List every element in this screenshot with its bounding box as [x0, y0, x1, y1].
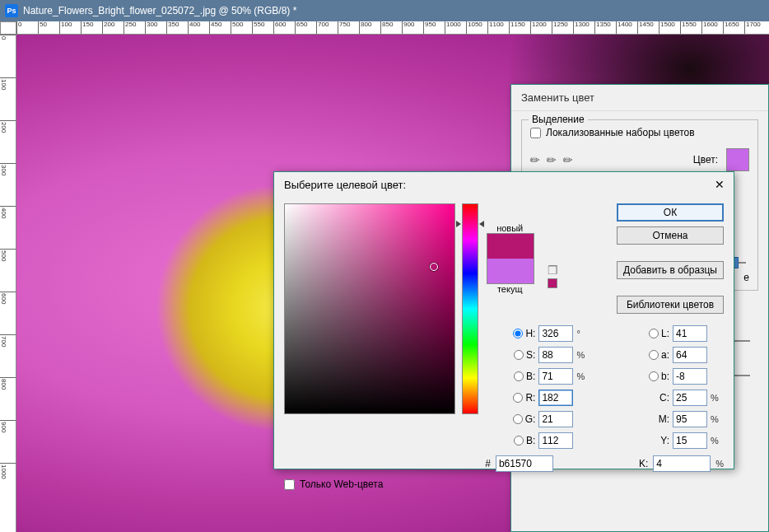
eyedropper-icon[interactable]: ✎ [527, 152, 543, 168]
hue-slider-column[interactable] [462, 203, 478, 414]
add-swatch-button[interactable]: Добавить в образцы [617, 261, 724, 279]
lab-b-input[interactable] [673, 368, 707, 385]
s-input[interactable] [538, 347, 573, 363]
h-radio[interactable] [513, 329, 523, 338]
a-radio[interactable] [649, 350, 659, 360]
ruler-corner [0, 21, 16, 35]
color-libraries-button[interactable]: Библиотеки цветов [617, 296, 724, 314]
ok-button[interactable]: ОК [617, 203, 724, 222]
ruler-horizontal[interactable]: 0501001502002503003504004505005506006507… [16, 21, 769, 35]
sv-cursor[interactable] [430, 263, 438, 271]
hue-arrow-left-icon [456, 221, 461, 227]
window-titlebar: Ps Nature_Flowers_Bright_flower_025072_.… [0, 0, 769, 21]
hue-arrow-right-icon [479, 221, 484, 227]
eyedropper-tools: ✎ ✎ ✎ [530, 153, 573, 166]
c-input[interactable] [673, 390, 707, 406]
r-radio[interactable] [513, 393, 523, 403]
color-preview[interactable] [487, 233, 534, 284]
web-only-checkbox[interactable] [284, 479, 295, 490]
color-label: Цвет: [693, 154, 718, 166]
close-icon[interactable]: ✕ [712, 177, 727, 192]
color-picker-dialog[interactable]: Выберите целевой цвет: ✕ новый текущ [273, 171, 734, 469]
k-label: K: [639, 458, 648, 469]
lab-b-radio[interactable] [649, 371, 659, 381]
hex-label: # [485, 458, 491, 469]
replace-color-title: Заменить цвет [511, 85, 768, 111]
selection-legend: Выделение [529, 114, 588, 125]
hex-input[interactable] [496, 455, 553, 472]
s-radio[interactable] [514, 350, 524, 360]
color-values-grid: H: ° L: S: % a: B: % b: [485, 325, 724, 449]
color-picker-title: Выберите целевой цвет: [284, 179, 406, 191]
localized-colors-label: Локализованные наборы цветов [546, 127, 695, 138]
l-input[interactable] [673, 325, 707, 342]
bb-radio[interactable] [514, 436, 524, 446]
eyedropper-plus-icon[interactable]: ✎ [543, 152, 560, 168]
y-input[interactable] [673, 432, 707, 449]
bb-input[interactable] [538, 432, 573, 449]
new-color-label: новый [496, 223, 523, 233]
ruler-vertical[interactable]: 01002003004005006007008009001000 [0, 35, 16, 532]
saturation-value-field[interactable] [284, 203, 455, 414]
b-radio[interactable] [514, 371, 524, 381]
eyedropper-minus-icon[interactable]: ✎ [560, 152, 576, 168]
k-input[interactable] [653, 455, 711, 472]
h-input[interactable] [538, 325, 573, 342]
g-input[interactable] [538, 411, 573, 427]
r-input[interactable] [538, 390, 573, 406]
new-color-swatch [487, 234, 534, 259]
l-radio[interactable] [649, 329, 659, 338]
current-color-label: текущ [497, 284, 523, 294]
cancel-button[interactable]: Отмена [617, 226, 724, 245]
current-color-swatch [487, 259, 534, 283]
app-icon: Ps [5, 4, 18, 17]
a-input[interactable] [673, 347, 707, 363]
g-radio[interactable] [513, 414, 523, 424]
localized-colors-row[interactable]: Локализованные наборы цветов [530, 127, 749, 138]
gamut-color-swatch[interactable] [548, 278, 557, 288]
gamut-warning-icon[interactable]: ❒ [548, 264, 558, 277]
b-input[interactable] [538, 368, 573, 385]
document-title: Nature_Flowers_Bright_flower_025072_.jpg… [23, 5, 296, 16]
color-swatch[interactable] [726, 148, 749, 171]
m-input[interactable] [673, 411, 707, 427]
web-only-label: Только Web-цвета [300, 478, 383, 490]
localized-colors-checkbox[interactable] [530, 128, 541, 138]
